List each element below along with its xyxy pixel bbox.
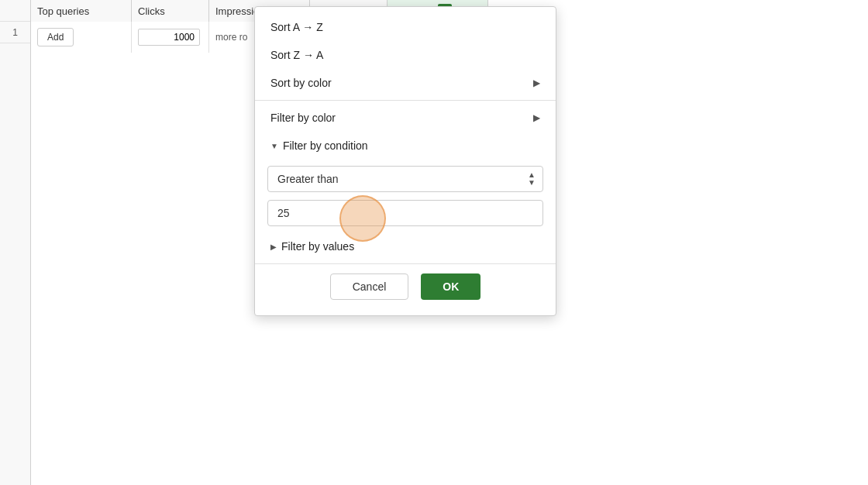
row-number-column: 1	[0, 0, 31, 485]
menu-divider-1	[255, 100, 556, 101]
cell-clicks[interactable]	[132, 22, 209, 53]
ok-button[interactable]: OK	[421, 273, 480, 300]
condition-triangle-icon: ▼	[270, 142, 278, 150]
filter-by-values-header[interactable]: ▶ Filter by values	[255, 232, 556, 260]
col-header-clicks[interactable]: Clicks	[132, 0, 209, 22]
filter-by-color-arrow-icon: ▶	[533, 112, 540, 123]
cell-top-queries: Add	[31, 22, 132, 53]
menu-footer: Cancel OK	[255, 263, 556, 309]
col-header-top-queries[interactable]: Top queries	[31, 0, 132, 22]
sort-by-color-arrow-icon: ▶	[533, 77, 540, 88]
clicks-input[interactable]	[138, 29, 200, 46]
add-button[interactable]: Add	[37, 28, 74, 46]
condition-select-wrapper: Greater than Less than Equal to Not equa…	[267, 166, 543, 192]
row-num-1: 1	[0, 22, 30, 43]
filter-by-color-item[interactable]: Filter by color ▶	[255, 104, 556, 132]
values-triangle-icon: ▶	[270, 242, 277, 251]
condition-area: Greater than Less than Equal to Not equa…	[255, 160, 556, 232]
row-num-header	[0, 0, 30, 22]
filter-dropdown-menu: Sort A → Z Sort Z → A Sort by color ▶ Fi…	[254, 6, 556, 316]
filter-by-condition-header[interactable]: ▼ Filter by condition	[255, 132, 556, 160]
sort-z-a-item[interactable]: Sort Z → A	[255, 41, 556, 69]
condition-value-input[interactable]	[267, 200, 543, 226]
cancel-button[interactable]: Cancel	[330, 273, 409, 300]
condition-select[interactable]: Greater than Less than Equal to Not equa…	[267, 166, 543, 192]
sort-a-z-item[interactable]: Sort A → Z	[255, 13, 556, 41]
sort-by-color-item[interactable]: Sort by color ▶	[255, 69, 556, 97]
